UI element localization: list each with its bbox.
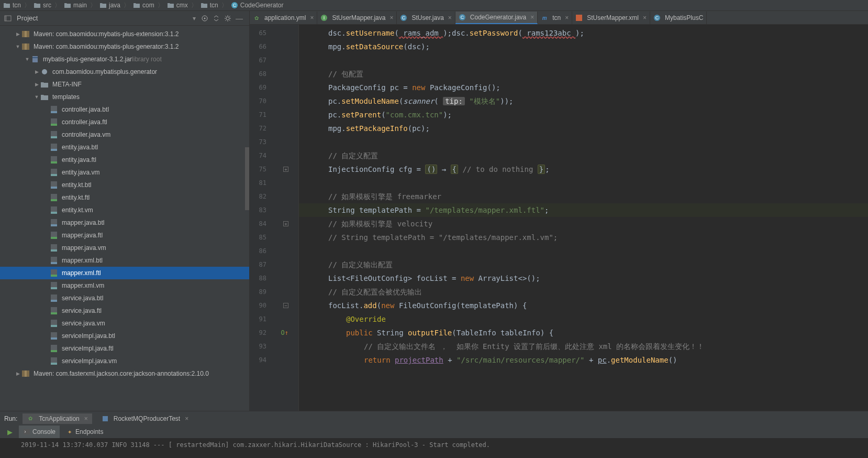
code-line[interactable]: PackageConfig pc = new PackageConfig(); [299,81,868,94]
breadcrumb-java[interactable]: java [98,2,121,9]
code-line[interactable]: mpg.setDataSource(dsc); [299,40,868,53]
code-line[interactable]: InjectionConfig cfg = () → { // to do no… [299,162,868,176]
editor-tab-tcn[interactable]: mtcn× [538,12,572,24]
close-icon[interactable]: × [310,14,314,21]
fold-icon[interactable]: + [283,167,288,172]
breadcrumb-main[interactable]: main [63,2,88,9]
close-icon[interactable]: × [448,14,452,21]
tree-item[interactable]: entity.kt.btl [0,179,249,191]
tree-arrow-icon[interactable]: ▶ [14,371,22,376]
breadcrumb-tcn[interactable]: tcn [2,2,22,9]
editor[interactable]: 6566676869707172737475+81828384+85868788… [250,25,868,411]
code-line[interactable]: // 自定义输出配置 [299,258,868,271]
tree-item[interactable]: entity.java.ftl [0,154,249,166]
code-line[interactable]: // 自定义输出文件名 ， 如果你 Entity 设置了前后缀、此处注意 xml… [299,340,868,353]
tree-item[interactable]: mapper.xml.btl [0,254,249,267]
tree-item[interactable]: controller.java.btl [0,103,249,116]
fold-icon[interactable]: + [283,221,288,226]
tree-item[interactable]: mapper.java.vm [0,242,249,254]
tree-item[interactable]: ▼templates [0,91,249,103]
breadcrumbs[interactable]: tcn〉src〉main〉java〉com〉cmx〉tcn〉CCodeGener… [0,0,868,11]
code-line[interactable] [299,135,868,149]
tree-arrow-icon[interactable]: ▼ [32,94,41,100]
editor-tab-codegenerator-java[interactable]: CCodeGenerator.java× [455,12,538,24]
tree-item[interactable]: ▼Maven: com.baomidou:mybatis-plus-genera… [0,40,249,53]
tree-item[interactable]: controller.java.vm [0,128,249,141]
code-line[interactable]: public String outputFile(TableInfo table… [299,326,868,340]
override-icon[interactable]: O↑ [281,329,288,336]
locate-icon[interactable] [199,13,210,24]
tree-item[interactable]: mapper.java.ftl [0,229,249,242]
tree-item[interactable]: ▶com.baomidou.mybatisplus.generator [0,66,249,78]
tree-item[interactable]: entity.java.btl [0,141,249,154]
breadcrumb-src[interactable]: src [32,2,52,9]
dropdown-icon[interactable]: ▾ [193,15,196,22]
expand-all-icon[interactable] [210,13,222,24]
close-icon[interactable]: × [185,415,188,422]
editor-tab-mybatisplusc[interactable]: CMybatisPlusC [650,12,707,24]
tree-item[interactable]: entity.kt.ftl [0,191,249,204]
hide-icon[interactable]: — [233,13,245,24]
code-line[interactable] [299,176,868,190]
fold-open-icon[interactable]: − [283,303,288,308]
editor-tab-stuser-java[interactable]: CStUser.java× [397,12,455,24]
code-line[interactable]: String templatePath = "/templates/mapper… [299,203,868,217]
code-line[interactable]: mpg.setPackageInfo(pc); [299,122,868,135]
tree-item[interactable]: entity.java.vm [0,166,249,179]
tree-item[interactable]: entity.kt.vm [0,204,249,216]
breadcrumb-cmx[interactable]: cmx [166,2,189,9]
scrollbar-thumb[interactable] [245,147,249,210]
code-line[interactable]: List<FileOutConfig> focList = new ArrayL… [299,271,868,285]
tree-item[interactable]: mapper.java.btl [0,216,249,229]
console-tab[interactable]: Console [19,426,60,438]
rerun-button[interactable]: ▶ [3,426,17,438]
breadcrumb-tcn[interactable]: tcn [199,2,219,9]
code-line[interactable]: dsc.setUsername( rams_adm );dsc.setPassw… [299,26,868,40]
run-tab-rocketmq[interactable]: RocketMQProducerTest × [97,413,193,424]
run-tab-tcnapplication[interactable]: ✿ TcnApplication × [23,413,92,424]
close-icon[interactable]: × [84,415,88,422]
code-line[interactable]: // 包配置 [299,67,868,81]
breadcrumb-CodeGenerator[interactable]: CCodeGenerator [230,2,285,9]
code-line[interactable]: // 如果模板引擎是 freemarker [299,190,868,203]
code-line[interactable]: // 自定义配置 [299,149,868,162]
tree-item[interactable]: ▶Maven: com.fasterxml.jackson.core:jacks… [0,367,249,380]
code-line[interactable]: @Override [299,312,868,326]
tree-item[interactable]: ▶META-INF [0,78,249,91]
code-line[interactable] [299,53,868,67]
code-line[interactable]: // String templatePath = "/templates/map… [299,231,868,244]
close-icon[interactable]: × [390,14,393,21]
editor-tab-stusermapper-java[interactable]: IStUserMapper.java× [317,12,397,24]
project-tree[interactable]: ▶Maven: com.baomidou:mybatis-plus-extens… [0,26,249,411]
tree-arrow-icon[interactable]: ▼ [23,57,31,62]
tree-item[interactable]: service.java.ftl [0,304,249,317]
tree-item[interactable]: mapper.xml.vm [0,279,249,292]
close-icon[interactable]: × [530,14,534,21]
code-line[interactable] [299,244,868,258]
code-line[interactable]: pc.setParent("com.cmx.tcn"); [299,108,868,122]
editor-tabs[interactable]: ✿application.yml×IStUserMapper.java×CStU… [250,11,868,25]
tree-item[interactable]: serviceImpl.java.vm [0,355,249,367]
editor-tab-application-yml[interactable]: ✿application.yml× [250,12,317,24]
gutter[interactable]: 6566676869707172737475+81828384+85868788… [250,25,299,411]
editor-tab-stusermapper-xml[interactable]: StUserMapper.xml× [572,12,650,24]
tree-item[interactable]: service.java.btl [0,292,249,304]
code-line[interactable]: pc.setModuleName(scanner( tip: "模块名")); [299,94,868,108]
tree-arrow-icon[interactable]: ▼ [14,44,22,49]
console-output[interactable]: 2019-11-14 13:37:40.037 INFO 31148 --- [… [0,438,868,458]
code-line[interactable]: // 自定义配置会被优先输出 [299,285,868,299]
close-icon[interactable]: × [565,14,569,21]
tree-arrow-icon[interactable]: ▶ [14,31,22,37]
code-line[interactable]: focList.add(new FileOutConfig(templatePa… [299,299,868,312]
tree-item[interactable]: ▼mybatis-plus-generator-3.1.2.jar librar… [0,53,249,66]
code-line[interactable]: return projectPath + "/src/main/resource… [299,353,868,367]
code-area[interactable]: dsc.setUsername( rams_adm );dsc.setPassw… [299,25,868,411]
tree-item[interactable]: service.java.vm [0,317,249,330]
tree-item[interactable]: serviceImpl.java.btl [0,330,249,342]
code-line[interactable]: // 如果模板引擎是 velocity [299,217,868,231]
settings-icon[interactable] [222,13,233,24]
tree-item[interactable]: ▶Maven: com.baomidou:mybatis-plus-extens… [0,28,249,40]
tree-item[interactable]: controller.java.ftl [0,116,249,128]
tree-arrow-icon[interactable]: ▶ [32,69,41,74]
tree-item[interactable]: serviceImpl.java.ftl [0,342,249,355]
